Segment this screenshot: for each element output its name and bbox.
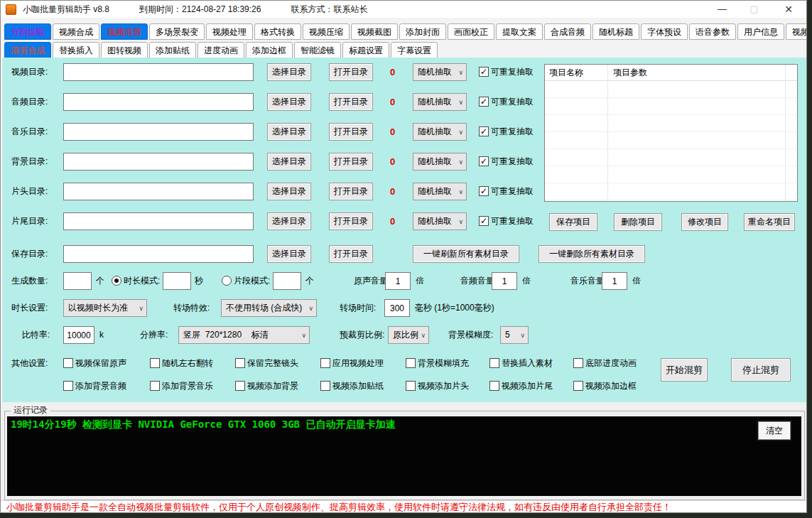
background-dir-repeat-checkbox[interactable]: ✓ <box>479 156 489 166</box>
tab-extract-script[interactable]: 提取文案 <box>496 23 543 40</box>
intro-dir-repeat-checkbox[interactable]: ✓ <box>479 186 489 196</box>
outro-dir-input[interactable] <box>63 212 254 230</box>
cb-video-add-background[interactable] <box>235 381 245 391</box>
audio-dir-input[interactable] <box>63 93 254 111</box>
audio-volume-input[interactable] <box>492 272 517 290</box>
music-dir-repeat-checkbox[interactable]: ✓ <box>479 126 489 136</box>
music-dir-select-button[interactable]: 选择目录 <box>267 123 311 141</box>
tab-replace-insert[interactable]: 替换插入 <box>53 42 99 58</box>
stop-mix-button[interactable]: 停止混剪 <box>731 358 791 382</box>
cb-background-blur-fill[interactable] <box>406 358 416 368</box>
cb-apply-video-process[interactable] <box>320 358 330 368</box>
modify-project-button[interactable]: 修改项目 <box>681 213 728 231</box>
blur-level-select[interactable]: 5∨ <box>500 326 529 344</box>
intro-dir-select-button[interactable]: 选择目录 <box>267 183 311 200</box>
duration-mode-radio[interactable] <box>112 276 121 286</box>
tab-add-cover[interactable]: 添加封面 <box>399 23 446 40</box>
close-button[interactable]: ✕ <box>772 1 806 18</box>
audio-dir-mode-select[interactable]: 随机抽取∨ <box>413 93 467 111</box>
duration-input[interactable] <box>163 272 191 290</box>
tab-multi-scene-split[interactable]: 多场景裂变 <box>149 23 205 40</box>
background-dir-input[interactable] <box>63 153 254 171</box>
save-dir-input[interactable] <box>63 245 254 263</box>
music-dir-input[interactable] <box>63 123 254 141</box>
tab-frame-correction[interactable]: 画面校正 <box>448 23 494 40</box>
background-dir-select-button[interactable]: 选择目录 <box>267 153 311 171</box>
project-table[interactable]: 项目名称 项目参数 <box>544 64 798 202</box>
outro-dir-repeat-checkbox[interactable]: ✓ <box>479 216 489 226</box>
background-dir-open-button[interactable]: 打开目录 <box>329 153 373 171</box>
cb-replace-insert-material[interactable] <box>489 358 499 368</box>
tab-progress-animation[interactable]: 进度动画 <box>197 42 244 58</box>
intro-dir-input[interactable] <box>63 183 254 200</box>
audio-dir-open-button[interactable]: 打开目录 <box>329 93 373 111</box>
tab-random-title[interactable]: 随机标题 <box>592 23 639 40</box>
tab-video-process[interactable]: 视频处理 <box>206 23 253 40</box>
background-dir-mode-select[interactable]: 随机抽取∨ <box>413 153 467 171</box>
cb-keep-original-audio[interactable] <box>63 358 73 368</box>
orig-volume-input[interactable] <box>385 272 411 290</box>
tab-font-preset[interactable]: 字体预设 <box>641 23 688 40</box>
cb-bottom-progress-animation[interactable] <box>573 358 583 368</box>
cb-add-background-music[interactable] <box>150 381 160 391</box>
video-dir-mode-select[interactable]: 随机抽取∨ <box>413 63 467 81</box>
gen-count-input[interactable] <box>63 272 92 290</box>
resolution-select[interactable]: 竖屏 720*1280 标清∨ <box>178 326 310 344</box>
log-console[interactable]: 19时14分19秒 检测到显卡 NVIDIA GeForce GTX 1060 … <box>7 416 801 496</box>
bitrate-input[interactable] <box>63 326 94 344</box>
tab-user-info[interactable]: 用户信息 <box>737 23 784 40</box>
start-mix-button[interactable]: 开始混剪 <box>661 358 708 382</box>
transition-time-input[interactable] <box>384 299 410 317</box>
tab-split-extract[interactable]: 分割提取 <box>4 23 51 40</box>
intro-dir-mode-select[interactable]: 随机抽取∨ <box>413 183 467 200</box>
refresh-all-dirs-button[interactable]: 一键刷新所有素材目录 <box>413 245 519 263</box>
save-dir-open-button[interactable]: 打开目录 <box>329 245 373 263</box>
tab-video-merge[interactable]: 视频合成 <box>53 23 99 40</box>
segment-input[interactable] <box>273 272 301 290</box>
delete-all-dirs-button[interactable]: 一键删除所有素材目录 <box>538 245 645 263</box>
video-dir-input[interactable] <box>63 63 254 81</box>
tab-mix-compose[interactable]: 混剪合成 <box>4 42 51 58</box>
tab-video-screenshot[interactable]: 视频截图 <box>351 23 398 40</box>
tab-video-tutorial[interactable]: 视频教程 <box>786 23 807 40</box>
tab-smart-filter[interactable]: 智能滤镜 <box>294 42 341 58</box>
music-dir-open-button[interactable]: 打开目录 <box>329 123 373 141</box>
duration-settings-select[interactable]: 以视频时长为准∨ <box>63 299 147 317</box>
outro-dir-select-button[interactable]: 选择目录 <box>267 212 311 230</box>
tab-voice-params[interactable]: 语音参数 <box>689 23 736 40</box>
outro-dir-open-button[interactable]: 打开目录 <box>329 212 373 230</box>
tab-format-convert[interactable]: 格式转换 <box>254 23 301 40</box>
video-dir-repeat-checkbox[interactable]: ✓ <box>479 67 489 77</box>
intro-dir-open-button[interactable]: 打开目录 <box>329 183 373 200</box>
save-dir-select-button[interactable]: 选择目录 <box>267 245 311 263</box>
save-project-button[interactable]: 保存项目 <box>549 213 597 231</box>
tab-synthesize-audio[interactable]: 合成音频 <box>544 23 591 40</box>
cb-video-add-intro[interactable] <box>406 381 416 391</box>
video-dir-select-button[interactable]: 选择目录 <box>267 63 311 81</box>
outro-dir-mode-select[interactable]: 随机抽取∨ <box>413 212 467 230</box>
cb-keep-full-shot[interactable] <box>235 358 245 368</box>
audio-dir-repeat-checkbox[interactable]: ✓ <box>479 97 489 107</box>
segment-mode-radio[interactable] <box>222 276 232 286</box>
cb-random-flip[interactable] <box>150 358 160 368</box>
tab-video-compress[interactable]: 视频压缩 <box>303 23 350 40</box>
tab-video-mix[interactable]: 视频混剪 <box>101 23 148 40</box>
tab-image-to-video[interactable]: 图转视频 <box>101 42 148 58</box>
transition-select[interactable]: 不使用转场 (合成快)∨ <box>221 299 317 317</box>
rename-project-button[interactable]: 重命名项目 <box>744 213 795 231</box>
cb-add-background-audio[interactable] <box>63 381 73 391</box>
tab-add-sticker[interactable]: 添加贴纸 <box>149 42 196 58</box>
music-volume-input[interactable] <box>602 272 627 290</box>
crop-ratio-select[interactable]: 原比例∨ <box>388 326 429 344</box>
cb-video-add-sticker[interactable] <box>320 381 330 391</box>
maximize-button[interactable]: ▢ <box>738 1 770 18</box>
tab-title-settings[interactable]: 标题设置 <box>342 42 389 58</box>
tab-subtitle-settings[interactable]: 字幕设置 <box>391 42 438 58</box>
cb-video-add-border[interactable] <box>573 381 583 391</box>
music-dir-mode-select[interactable]: 随机抽取∨ <box>413 123 467 141</box>
delete-project-button[interactable]: 删除项目 <box>614 213 662 231</box>
tab-add-border[interactable]: 添加边框 <box>246 42 293 58</box>
audio-dir-select-button[interactable]: 选择目录 <box>267 93 311 111</box>
minimize-button[interactable]: — <box>706 1 738 18</box>
cb-video-add-outro[interactable] <box>489 381 499 391</box>
